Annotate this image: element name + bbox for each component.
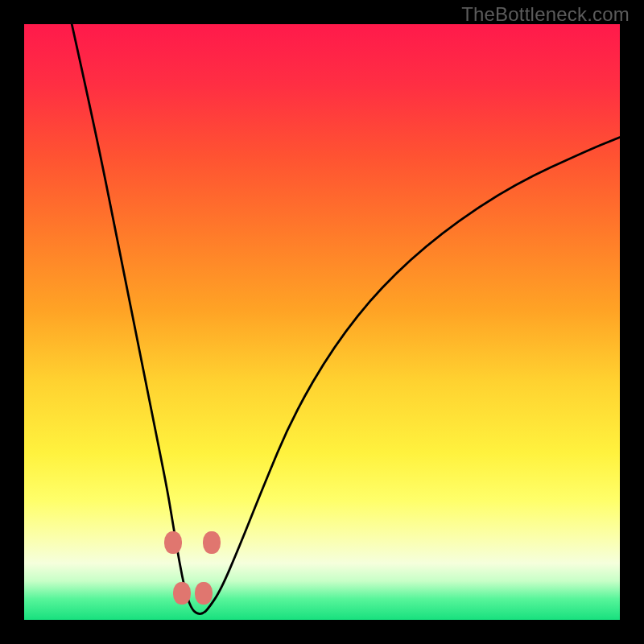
bottleneck-curve (72, 24, 620, 614)
chart-stage: TheBottleneck.com (0, 0, 644, 644)
data-marker (164, 531, 182, 554)
data-marker (173, 582, 191, 605)
curve-layer (24, 24, 620, 620)
data-marker (203, 531, 221, 554)
watermark-text: TheBottleneck.com (461, 3, 630, 26)
plot-area (24, 24, 620, 620)
data-marker (195, 582, 213, 605)
